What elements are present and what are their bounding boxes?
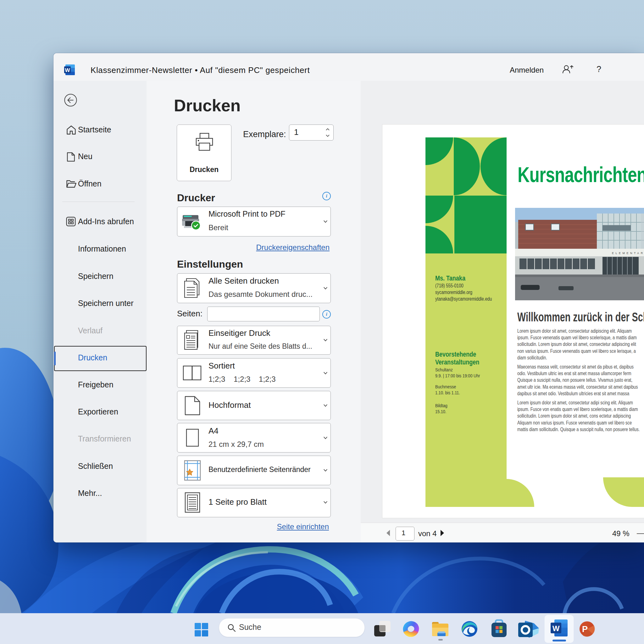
svg-text:P: P (582, 625, 588, 634)
svg-text:W: W (65, 67, 70, 73)
svg-text:ELEMENTARY SCHOO: ELEMENTARY SCHOO (612, 252, 644, 255)
svg-text:W: W (552, 624, 560, 633)
